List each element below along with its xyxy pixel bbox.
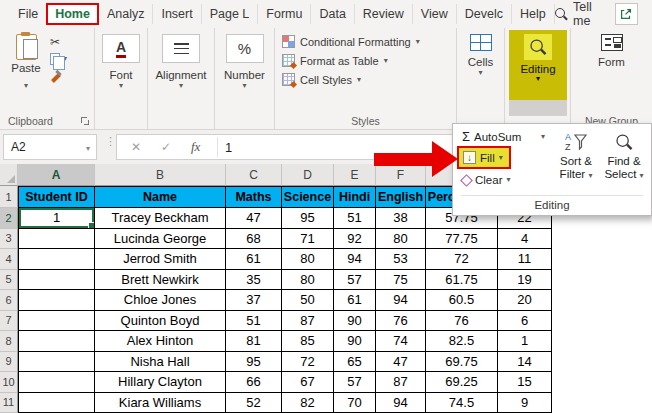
cell-E9[interactable]: 65 (334, 352, 376, 373)
cell-B8[interactable]: Alex Hinton (95, 331, 226, 352)
cell-D6[interactable]: 50 (282, 290, 334, 311)
cell-B3[interactable]: Lucinda George (95, 229, 226, 250)
cell-A7[interactable] (18, 311, 95, 332)
cell-D7[interactable]: 87 (282, 311, 334, 332)
autosum-caret[interactable]: ▾ (541, 133, 545, 141)
cell-H4[interactable]: 11 (498, 249, 552, 270)
cell-C2[interactable]: 47 (226, 208, 282, 229)
formula-bar-handle[interactable]: ⋮ (105, 138, 116, 144)
name-box[interactable]: A2 ▾ (3, 134, 97, 160)
cell-styles-button[interactable]: Cell Styles ▾ (282, 73, 420, 86)
cell-E8[interactable]: 90 (334, 331, 376, 352)
cell-E5[interactable]: 57 (334, 270, 376, 291)
cell-F10[interactable]: 87 (376, 372, 426, 393)
row-header-10[interactable]: 10 (0, 372, 18, 393)
cell-D4[interactable]: 80 (282, 249, 334, 270)
cell-A4[interactable] (18, 249, 95, 270)
cell-B2[interactable]: Tracey Beckham (95, 208, 226, 229)
tab-develc[interactable]: Develc (457, 4, 512, 24)
column-header-A[interactable]: A (18, 164, 95, 186)
tab-data[interactable]: Data (311, 4, 354, 24)
row-header-7[interactable]: 7 (0, 311, 18, 332)
cell-D5[interactable]: 80 (282, 270, 334, 291)
cell-G3[interactable]: 77.75 (426, 229, 498, 250)
cell-E10[interactable]: 57 (334, 372, 376, 393)
tab-formu[interactable]: Formu (258, 4, 311, 24)
cell-D8[interactable]: 85 (282, 331, 334, 352)
font-button[interactable]: A Font ▾ (95, 34, 147, 90)
cell-H5[interactable]: 19 (498, 270, 552, 291)
fill-button[interactable]: ↓ Fill ▾ (457, 146, 511, 169)
cell-G5[interactable]: 61.75 (426, 270, 498, 291)
cell-F7[interactable]: 76 (376, 311, 426, 332)
cell-C5[interactable]: 35 (226, 270, 282, 291)
cell-E4[interactable]: 94 (334, 249, 376, 270)
cell-A3[interactable] (18, 229, 95, 250)
row-header-4[interactable]: 4 (0, 249, 18, 270)
cell-H10[interactable]: 15 (498, 372, 552, 393)
share-button[interactable] (615, 3, 638, 25)
cancel-icon[interactable]: ✕ (131, 140, 141, 154)
number-caret[interactable]: ▾ (242, 82, 246, 90)
tab-home[interactable]: Home (46, 3, 99, 25)
cell-A6[interactable] (18, 290, 95, 311)
conditional-formatting-button[interactable]: Conditional Formatting ▾ (282, 35, 420, 48)
tab-analyz[interactable]: Analyz (99, 4, 154, 24)
cell-B9[interactable]: Nisha Hall (95, 352, 226, 373)
insert-function-icon[interactable]: fx (191, 139, 200, 155)
column-header-E[interactable]: E (334, 164, 376, 186)
cell-C1[interactable]: Maths (226, 186, 282, 208)
sort-filter-button[interactable]: A Z Sort & Filter ▾ (553, 129, 599, 181)
cell-A2[interactable]: 1 (18, 208, 95, 229)
row-header-6[interactable]: 6 (0, 290, 18, 311)
column-header-B[interactable]: B (95, 164, 226, 186)
row-header-9[interactable]: 9 (0, 352, 18, 373)
cell-H6[interactable]: 20 (498, 290, 552, 311)
cell-F8[interactable]: 74 (376, 331, 426, 352)
cell-A1[interactable]: Student ID (18, 186, 95, 208)
cell-C11[interactable]: 52 (226, 393, 282, 413)
cell-B7[interactable]: Quinton Boyd (95, 311, 226, 332)
row-header-2[interactable]: 2 (0, 208, 18, 229)
alignment-caret[interactable]: ▾ (179, 82, 183, 90)
clear-button[interactable]: Clear ▾ (462, 174, 511, 186)
cell-A5[interactable] (18, 270, 95, 291)
cell-C9[interactable]: 95 (226, 352, 282, 373)
cell-D10[interactable]: 67 (282, 372, 334, 393)
cell-D1[interactable]: Science (282, 186, 334, 208)
row-header-8[interactable]: 8 (0, 331, 18, 352)
cell-F1[interactable]: English (376, 186, 426, 208)
cell-C8[interactable]: 81 (226, 331, 282, 352)
tab-review[interactable]: Review (355, 4, 413, 24)
cell-B5[interactable]: Brett Newkirk (95, 270, 226, 291)
cell-F5[interactable]: 75 (376, 270, 426, 291)
column-header-C[interactable]: C (226, 164, 282, 186)
cell-H3[interactable]: 4 (498, 229, 552, 250)
tab-page-l[interactable]: Page L (202, 4, 259, 24)
cell-H8[interactable]: 1 (498, 331, 552, 352)
cell-E6[interactable]: 61 (334, 290, 376, 311)
form-button[interactable]: Form (571, 34, 652, 69)
tab-view[interactable]: View (413, 4, 457, 24)
tab-file[interactable]: File (10, 4, 46, 24)
cell-E7[interactable]: 90 (334, 311, 376, 332)
cell-F3[interactable]: 80 (376, 229, 426, 250)
select-all-corner[interactable] (0, 164, 18, 186)
row-header-1[interactable]: 1 (0, 186, 18, 208)
font-caret[interactable]: ▾ (119, 82, 123, 90)
fill-caret[interactable]: ▾ (499, 154, 503, 162)
clear-caret[interactable]: ▾ (506, 176, 510, 184)
cell-H7[interactable]: 6 (498, 311, 552, 332)
cell-A8[interactable] (18, 331, 95, 352)
cell-B6[interactable]: Chloe Jones (95, 290, 226, 311)
cell-G8[interactable]: 82.5 (426, 331, 498, 352)
cell-F11[interactable]: 94 (376, 393, 426, 413)
cell-G7[interactable]: 76 (426, 311, 498, 332)
cell-C3[interactable]: 68 (226, 229, 282, 250)
cell-A10[interactable] (18, 372, 95, 393)
row-header-11[interactable]: 11 (0, 393, 18, 413)
editing-caret[interactable]: ▾ (536, 75, 540, 83)
format-as-table-button[interactable]: Format as Table ▾ (282, 54, 420, 67)
copy-icon[interactable] (50, 53, 60, 65)
tell-me-label[interactable]: Tell me (573, 0, 608, 28)
